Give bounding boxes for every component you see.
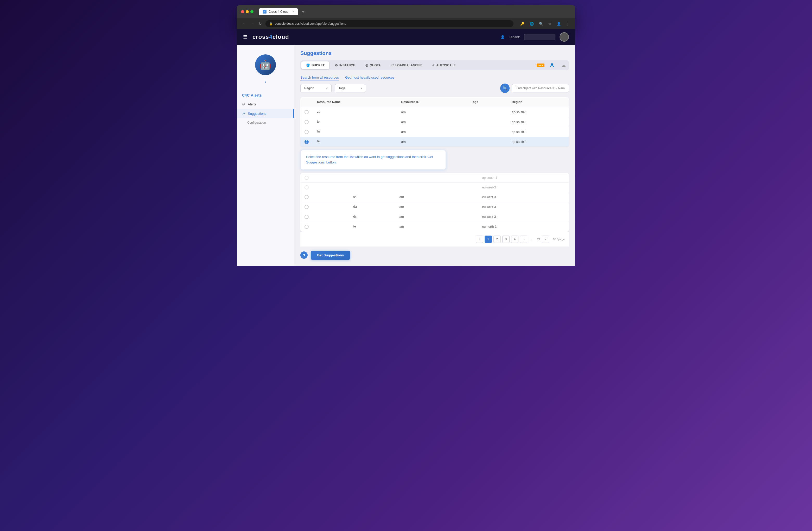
- region-filter[interactable]: Region ▾: [300, 84, 332, 92]
- get-heavy-resources-link[interactable]: Get most heavily used resources: [345, 75, 394, 81]
- bookmark-button[interactable]: ☆: [547, 21, 553, 27]
- row-name-cell: ha: [313, 127, 397, 137]
- row-radio-unselected[interactable]: [304, 185, 309, 189]
- row-radio-cell[interactable]: [300, 212, 349, 222]
- page-title: Suggestions: [300, 50, 569, 56]
- forward-button[interactable]: →: [249, 20, 255, 27]
- table-row: ap-south-1: [300, 173, 569, 183]
- resource-name: c4: [353, 195, 357, 199]
- page-ellipsis: ...: [529, 238, 534, 241]
- sidebar-item-alerts[interactable]: ⊙ Alerts: [237, 99, 294, 109]
- sidebar-collapse-button[interactable]: ‹: [265, 79, 266, 84]
- sidebar-item-suggestions[interactable]: ↗ Suggestions: [237, 109, 294, 118]
- minimize-window-button[interactable]: [246, 10, 249, 13]
- menu-button[interactable]: ⋮: [565, 21, 571, 27]
- page-next-button[interactable]: ›: [542, 235, 549, 243]
- zoom-button[interactable]: 🔍: [537, 21, 545, 27]
- page-3-button[interactable]: 3: [502, 235, 510, 243]
- tab-bucket[interactable]: 🪣 BUCKET: [301, 61, 329, 69]
- tags-filter[interactable]: Tags ▾: [335, 84, 366, 92]
- resource-name: da: [353, 205, 357, 209]
- row-radio-unselected[interactable]: [304, 110, 309, 114]
- row-radio-unselected[interactable]: [304, 225, 309, 229]
- row-tags-cell: [446, 183, 478, 192]
- aws-provider[interactable]: aws: [536, 62, 545, 69]
- resource-name: te: [317, 140, 320, 143]
- row-region-cell: eu-west-3: [478, 212, 569, 222]
- refresh-button[interactable]: ↻: [258, 20, 263, 27]
- tab-close-button[interactable]: ×: [292, 10, 294, 13]
- sidebar-logo-area: 🤖 ‹: [237, 50, 294, 88]
- page-2-button[interactable]: 2: [493, 235, 501, 243]
- quota-icon: ◎: [365, 63, 368, 67]
- page-prev-button[interactable]: ‹: [476, 235, 483, 243]
- page-4-button[interactable]: 4: [511, 235, 519, 243]
- resource-id: arn: [401, 140, 406, 144]
- row-region-cell: ap-south-1: [508, 117, 569, 127]
- row-region-cell: ap-south-1: [478, 173, 569, 183]
- back-button[interactable]: ←: [241, 20, 247, 27]
- row-region-cell: eu-west-3: [478, 192, 569, 202]
- search-all-resources-link[interactable]: Search from all resources: [300, 75, 339, 81]
- row-radio-unselected[interactable]: [304, 130, 309, 134]
- row-radio-cell[interactable]: [300, 192, 349, 202]
- user-avatar[interactable]: [560, 32, 569, 42]
- row-radio-unselected[interactable]: [304, 120, 309, 124]
- tab-instance[interactable]: ⚙ INSTANCE: [330, 61, 360, 69]
- search-input[interactable]: [512, 84, 569, 92]
- tenant-input[interactable]: [524, 34, 555, 40]
- table-row: eu-west-3: [300, 183, 569, 192]
- page-5-button[interactable]: 5: [520, 235, 527, 243]
- translate-button[interactable]: 🌐: [528, 21, 535, 27]
- azure-provider[interactable]: A: [548, 62, 556, 69]
- search-button[interactable]: 🔍: [500, 84, 510, 93]
- row-radio-cell[interactable]: [300, 137, 313, 147]
- sidebar-configuration-label: Configuration: [247, 121, 266, 125]
- logo-image: 🤖: [260, 59, 271, 70]
- browser-tab[interactable]: 4 Cross 4 Cloud ×: [259, 8, 298, 15]
- gcp-provider[interactable]: ☁: [559, 62, 568, 69]
- row-radio-selected[interactable]: [304, 140, 309, 144]
- row-radio-cell[interactable]: [300, 183, 349, 192]
- url-text: console.dev.cross4cloud.com/app/alert/su…: [275, 22, 346, 26]
- col-resource-name: Resource Name: [313, 97, 397, 107]
- table-container: Resource Name Resource ID Tags Region: [300, 97, 569, 246]
- tab-autoscale[interactable]: ⤢ AUTOSCALE: [427, 61, 460, 69]
- new-tab-button[interactable]: +: [302, 9, 304, 14]
- browser-actions: 🔑 🌐 🔍 ☆ 👤 ⋮: [519, 21, 571, 27]
- extensions-button[interactable]: 🔑: [519, 21, 526, 27]
- row-id-cell: arn: [395, 222, 446, 232]
- row-tags-cell: [467, 137, 508, 147]
- row-radio-cell[interactable]: [300, 173, 349, 183]
- tab-quota[interactable]: ◎ QUOTA: [361, 61, 385, 69]
- navbar-left: ☰ cross4cloud: [243, 33, 289, 40]
- row-radio-cell[interactable]: [300, 222, 349, 232]
- row-radio-cell[interactable]: [300, 107, 313, 117]
- row-radio-unselected[interactable]: [304, 176, 309, 180]
- profile-button[interactable]: 👤: [555, 21, 562, 27]
- maximize-window-button[interactable]: [250, 10, 253, 13]
- get-suggestions-button[interactable]: Get Suggestions: [311, 251, 350, 260]
- hamburger-menu[interactable]: ☰: [243, 34, 247, 40]
- tab-instance-label: INSTANCE: [339, 63, 355, 67]
- resource-id: arn: [401, 120, 406, 124]
- url-field[interactable]: 🔒 console.dev.cross4cloud.com/app/alert/…: [265, 20, 513, 27]
- page-1-button[interactable]: 1: [484, 235, 492, 243]
- row-radio-cell[interactable]: [300, 202, 349, 212]
- row-name-cell: c4: [349, 192, 395, 202]
- sidebar: 🤖 ‹ C4C Alerts ⊙ Alerts ↗ Suggestions Co…: [237, 45, 294, 266]
- table-header-row: Resource Name Resource ID Tags Region: [300, 97, 569, 107]
- row-tags-cell: [446, 173, 478, 183]
- row-radio-unselected[interactable]: [304, 195, 309, 199]
- row-radio-unselected[interactable]: [304, 215, 309, 219]
- row-radio-cell[interactable]: [300, 127, 313, 137]
- suggestion-callout: Select the resource from the list which …: [300, 150, 446, 170]
- resource-name: ha: [317, 130, 320, 133]
- sidebar-item-configuration[interactable]: Configuration: [237, 118, 294, 127]
- sidebar-alerts-label: Alerts: [248, 102, 256, 106]
- close-window-button[interactable]: [241, 10, 244, 13]
- row-radio-unselected[interactable]: [304, 205, 309, 209]
- row-radio-cell[interactable]: [300, 117, 313, 127]
- row-id-cell: arn: [395, 202, 446, 212]
- tab-loadbalancer[interactable]: ⇄ LOADBALANCER: [387, 61, 426, 69]
